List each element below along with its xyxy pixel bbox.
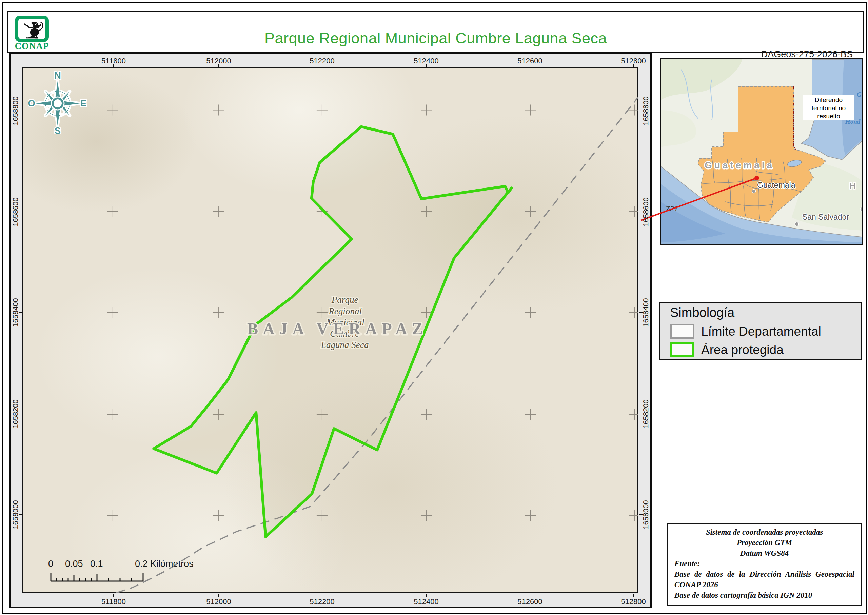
- grid-tick: [19, 111, 22, 111]
- monkey-icon: [18, 19, 45, 39]
- conap-logo-frame: [18, 19, 45, 39]
- conap-logo: [15, 16, 49, 42]
- grid-tick: [426, 594, 426, 597]
- grid-tick: [640, 212, 643, 212]
- grid-tick: [633, 594, 634, 597]
- grid-tick: [19, 312, 22, 313]
- inset-map-layers: Guatemala Guatemala San Salvador H o Gu …: [661, 59, 862, 244]
- compass-rose: N S E O: [28, 69, 87, 134]
- bottom-easting-label: 512400: [406, 597, 446, 606]
- scalebar: [0, 570, 163, 584]
- protected-area-swatch: [670, 342, 695, 357]
- scalebar-labels: 0 0.05 0.1 0.2 Kilómetros: [0, 559, 203, 569]
- compass-s-label: S: [55, 126, 61, 134]
- scale-label-0: 0: [48, 559, 53, 569]
- main-map-layers: Parque Regional Municipal Cumbre Laguna …: [22, 67, 638, 593]
- diferendo-line2: territorial no: [803, 104, 854, 112]
- grid-tick: [640, 414, 643, 414]
- bottom-easting-label: 512600: [510, 597, 550, 606]
- info-line-source-1: Base de datos de la Dirección Análisis G…: [674, 569, 854, 590]
- city-dot: [860, 207, 862, 211]
- bottom-easting-label: 512200: [302, 597, 342, 606]
- grid-tick: [633, 64, 634, 68]
- grid-tick: [640, 514, 643, 515]
- scalebar-ticks: [51, 573, 143, 581]
- grid-tick: [322, 64, 322, 68]
- grid-tick: [113, 64, 114, 68]
- info-line-source-2: Base de datos cartografía básica IGN 201…: [674, 590, 854, 601]
- diferendo-territorial-note: Diferendo territorial no resuelto: [803, 95, 854, 120]
- grid-tick: [219, 64, 219, 68]
- grid-tick: [19, 514, 22, 515]
- grid-tick: [529, 64, 530, 68]
- legend-box: Simbología Límite Departamental Área pro…: [659, 302, 862, 360]
- compass-e-label: E: [80, 98, 86, 108]
- info-line-coordinate-system: Sistema de coordenadas proyectadas: [674, 527, 854, 537]
- legend-item-label: Límite Departamental: [701, 325, 821, 339]
- bottom-easting-label: 511800: [93, 597, 134, 606]
- legend-title: Simbología: [670, 306, 734, 320]
- diferendo-line3: resuelto: [803, 112, 854, 120]
- grid-tick: [529, 594, 530, 597]
- scale-label-005: 0.05: [65, 559, 83, 569]
- legend-item-label: Área protegida: [701, 343, 784, 357]
- grid-tick: [113, 594, 114, 597]
- scale-label-02: 0.2 Kilómetros: [135, 559, 194, 569]
- inset-left-number: 721: [665, 204, 678, 213]
- departmental-limit-swatch: [670, 324, 695, 339]
- honduras-label-fragment: H o: [849, 181, 862, 191]
- compass-n-label: N: [54, 70, 61, 81]
- grid-tick: [426, 64, 426, 68]
- bottom-easting-label: 512000: [198, 597, 239, 606]
- map-document-page: Parque Regional Municipal Cumbre Laguna …: [0, 0, 868, 615]
- coordinate-system-info-box: Sistema de coordenadas proyectadas Proye…: [667, 523, 862, 606]
- info-line-projection: Proyección GTM: [674, 537, 854, 548]
- bottom-easting-label: 512800: [613, 597, 654, 606]
- header-box: Parque Regional Municipal Cumbre Laguna …: [8, 11, 864, 53]
- info-line-source-heading: Fuente:: [674, 558, 854, 569]
- park-label-line5: Laguna Seca: [321, 340, 369, 350]
- grid-tick: [19, 414, 22, 414]
- park-label-line2: Regional: [328, 306, 362, 316]
- inset-location-map: Guatemala Guatemala San Salvador H o Gu …: [660, 58, 863, 245]
- grid-tick: [322, 594, 322, 597]
- grid-tick: [640, 111, 643, 111]
- diferendo-line1: Diferendo: [803, 96, 854, 104]
- grid-tick: [19, 212, 22, 212]
- scale-label-01: 0.1: [90, 559, 103, 569]
- grid-tick: [219, 594, 219, 597]
- guatemala-city-dot: [752, 189, 756, 193]
- compass-o-label: O: [28, 98, 35, 108]
- grid-tick: [640, 312, 643, 313]
- department-name-label: BAJA VERAPAZ: [247, 320, 428, 338]
- info-line-datum: Datum WGS84: [674, 548, 854, 558]
- page-title: Parque Regional Municipal Cumbre Laguna …: [144, 30, 727, 47]
- san-salvador-dot: [795, 222, 799, 226]
- conap-logo-text: CONAP: [11, 41, 53, 52]
- san-salvador-label: San Salvador: [802, 212, 849, 222]
- inset-city-label: Guatemala: [757, 181, 795, 189]
- inset-country-label: Guatemala: [704, 160, 774, 170]
- sea-label-fragment-1: Gu: [857, 91, 862, 98]
- compass-star-icon: [35, 81, 80, 126]
- park-label-line1: Parque: [331, 295, 358, 305]
